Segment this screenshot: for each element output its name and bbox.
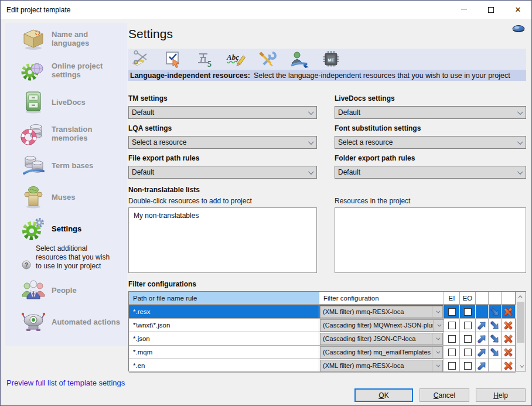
column-header-eo[interactable]: EO bbox=[460, 292, 476, 305]
sidebar-item-muses[interactable]: Muses bbox=[5, 181, 127, 213]
delete-rule-button[interactable] bbox=[502, 359, 516, 373]
help-button[interactable]: Help bbox=[476, 388, 526, 402]
font-substitution-select[interactable]: Select a resource bbox=[335, 136, 526, 149]
minimize-button[interactable] bbox=[451, 1, 478, 19]
memoq-eye-icon[interactable] bbox=[512, 25, 525, 33]
rule-cell[interactable]: *.json bbox=[129, 332, 319, 346]
move-down-button[interactable] bbox=[489, 359, 502, 373]
delete-rule-button[interactable] bbox=[502, 305, 516, 319]
eo-checkbox[interactable] bbox=[464, 322, 472, 329]
delete-rule-button[interactable] bbox=[502, 319, 516, 332]
filter-configuration-select[interactable]: (XML filter) mmq-RESX-loca bbox=[320, 360, 443, 372]
filter-configuration-select[interactable]: (XML filter) mmq-RESX-loca bbox=[320, 306, 443, 318]
move-down-icon bbox=[490, 307, 500, 317]
close-button[interactable]: ✕ bbox=[504, 1, 531, 19]
scroll-up-button[interactable] bbox=[516, 292, 526, 301]
ei-checkbox[interactable] bbox=[448, 322, 456, 329]
list-item[interactable]: My non-translatables bbox=[129, 208, 316, 220]
lqa-settings-select[interactable]: Select a resource bbox=[128, 136, 317, 149]
livedocs-settings-select[interactable]: Default bbox=[335, 106, 526, 119]
language-independent-banner: Language-independent resources: Select t… bbox=[128, 70, 526, 81]
eo-checkbox[interactable] bbox=[464, 349, 472, 356]
move-up-button[interactable] bbox=[476, 359, 489, 373]
move-up-icon bbox=[477, 320, 487, 330]
filter-configuration-select[interactable]: (Cascading filter) mq_emailTemplates bbox=[320, 346, 443, 359]
muse-statue-icon bbox=[21, 184, 46, 210]
sidebar-item-name-and-languages[interactable]: Name and languages bbox=[5, 23, 127, 54]
machine-translation-button[interactable]: MT bbox=[319, 50, 343, 69]
eo-checkbox[interactable] bbox=[464, 362, 472, 370]
cancel-button[interactable]: Cancel bbox=[420, 388, 469, 402]
move-up-button[interactable] bbox=[476, 332, 489, 346]
move-up-icon bbox=[477, 361, 487, 371]
move-up-button[interactable] bbox=[476, 305, 489, 319]
move-down-button[interactable] bbox=[489, 319, 502, 332]
ei-checkbox[interactable] bbox=[448, 349, 456, 356]
move-down-button[interactable] bbox=[489, 305, 502, 319]
databases-icon bbox=[21, 152, 46, 178]
delete-rule-button[interactable] bbox=[502, 346, 516, 359]
people-icon bbox=[21, 277, 46, 303]
misc-tools-button[interactable] bbox=[256, 50, 279, 69]
scrollbar-thumb[interactable] bbox=[517, 302, 524, 343]
preview-template-settings-link[interactable]: Preview full list of template settings bbox=[6, 378, 125, 387]
rule-cell[interactable]: *.mqm bbox=[129, 346, 319, 359]
dialog-buttons: OK Cancel Help bbox=[354, 388, 526, 402]
move-up-button[interactable] bbox=[476, 346, 489, 359]
chevron-down-icon bbox=[303, 141, 316, 145]
project-resources-list[interactable] bbox=[335, 207, 526, 273]
move-down-button[interactable] bbox=[489, 346, 502, 359]
sidebar-item-people[interactable]: People bbox=[5, 274, 127, 306]
ei-cell bbox=[444, 346, 460, 359]
ok-button[interactable]: OK bbox=[354, 388, 413, 402]
ei-checkbox[interactable] bbox=[448, 362, 456, 370]
file-export-path-select[interactable]: Default bbox=[128, 166, 317, 179]
sidebar-item-automated-actions[interactable]: Automated actions bbox=[5, 306, 127, 337]
scroll-down-button[interactable] bbox=[516, 361, 526, 371]
filter-cell: (Cascading filter) mq_emailTemplates bbox=[319, 346, 444, 359]
column-header-filter[interactable]: Filter configuration bbox=[319, 292, 444, 305]
export-path-rules-button[interactable] bbox=[288, 50, 311, 69]
number-formats-button[interactable]: 5 bbox=[193, 50, 216, 69]
filter-cell: (Cascading filter) MQWnext-JSON-plus... bbox=[319, 319, 444, 332]
column-header-ei[interactable]: EI bbox=[444, 292, 460, 305]
table-scrollbar[interactable] bbox=[516, 292, 526, 371]
help-icon: ? bbox=[22, 260, 31, 269]
rule-cell[interactable]: *\wnxt\*.json bbox=[129, 319, 319, 332]
move-down-button[interactable] bbox=[489, 332, 502, 346]
delete-rule-button[interactable] bbox=[502, 332, 516, 346]
chevron-down-icon bbox=[513, 141, 526, 145]
sidebar-item-label: Muses bbox=[52, 193, 75, 202]
sidebar-item-online-project-settings[interactable]: Online project settings bbox=[5, 54, 127, 86]
maximize-button[interactable] bbox=[478, 1, 504, 19]
folder-export-path-select[interactable]: Default bbox=[335, 166, 526, 179]
filter-configuration-select[interactable]: (Cascading filter) MQWnext-JSON-plus... bbox=[320, 319, 444, 332]
eo-checkbox[interactable] bbox=[464, 335, 472, 343]
segmentation-rules-button[interactable] bbox=[129, 50, 153, 69]
settings-fields: TM settings Default LiveDocs settings De… bbox=[128, 94, 526, 179]
sidebar-item-settings[interactable]: Settings bbox=[5, 213, 127, 244]
column-header-rule[interactable]: Path or file name rule bbox=[129, 292, 319, 305]
tm-settings-select[interactable]: Default bbox=[128, 106, 317, 119]
chevron-down-icon bbox=[303, 170, 316, 175]
svg-text:?: ? bbox=[25, 262, 28, 268]
sidebar-item-translation-memories[interactable]: Translation memories bbox=[5, 118, 127, 149]
filter-configuration-select[interactable]: (Cascading filter) JSON-CP-loca bbox=[320, 333, 443, 345]
sidebar-item-term-bases[interactable]: Term bases bbox=[5, 149, 127, 181]
move-down-icon bbox=[490, 347, 500, 357]
ei-checkbox[interactable] bbox=[448, 308, 456, 316]
ei-checkbox[interactable] bbox=[448, 335, 456, 343]
filter-configurations-table: Path or file name rule Filter configurat… bbox=[128, 291, 526, 371]
available-resources-list[interactable]: My non-translatables bbox=[128, 207, 317, 273]
qa-settings-button[interactable] bbox=[161, 50, 185, 69]
settings-description: Select additional resources that you wis… bbox=[36, 244, 112, 271]
rule-cell[interactable]: *.en bbox=[129, 359, 319, 373]
rule-cell[interactable]: *.resx bbox=[129, 305, 319, 319]
move-up-button[interactable] bbox=[476, 319, 489, 332]
field-folder-export-path-rules: Folder export path rules Default bbox=[335, 154, 526, 179]
sidebar-item-livedocs[interactable]: LiveDocs bbox=[5, 86, 127, 118]
eo-cell bbox=[460, 359, 476, 373]
eo-checkbox[interactable] bbox=[464, 308, 472, 316]
project-resources-label: Resources in the project bbox=[335, 197, 526, 205]
spelling-ignore-lists-button[interactable]: Abç bbox=[224, 50, 248, 69]
